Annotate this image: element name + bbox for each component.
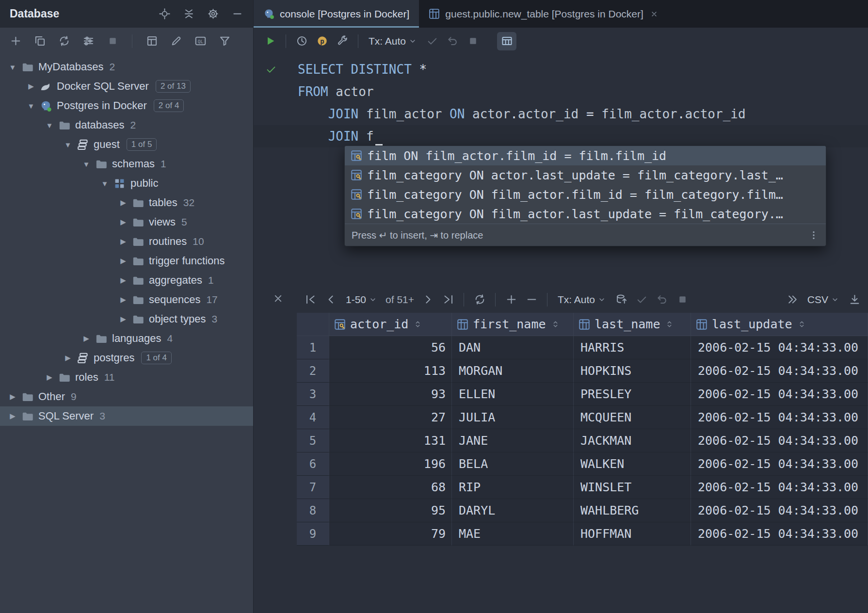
- chevron-down-icon[interactable]: ▼: [80, 160, 93, 168]
- locate-button[interactable]: [155, 5, 174, 23]
- chevron-right-icon[interactable]: ▶: [116, 198, 130, 207]
- tree-item-aggregates[interactable]: ▶aggregates1: [0, 271, 253, 290]
- stop-button[interactable]: [103, 32, 122, 50]
- chevron-right-icon[interactable]: ▶: [116, 315, 130, 323]
- tree-item-views[interactable]: ▶views5: [0, 212, 253, 232]
- completion-item[interactable]: film_category ON film_actor.film_id = fi…: [345, 185, 826, 204]
- code-line[interactable]: SELECT DISTINCT *: [254, 58, 868, 81]
- last-page-button[interactable]: [438, 290, 458, 309]
- tree-item-docker-sql-server[interactable]: ▶Docker SQL Server2 of 13: [0, 77, 253, 96]
- tree-item-object-types[interactable]: ▶object types3: [0, 309, 253, 329]
- cell-actor_id[interactable]: 113: [329, 359, 452, 383]
- row-number[interactable]: 2: [297, 359, 329, 383]
- tree-item-postgres[interactable]: ▶postgres1 of 4: [0, 348, 253, 368]
- cell-actor_id[interactable]: 56: [329, 336, 452, 359]
- settings-button[interactable]: [333, 32, 352, 50]
- tree-item-postgres-in-docker[interactable]: ▼Postgres in Docker2 of 4: [0, 96, 253, 115]
- cell-first_name[interactable]: JULIA: [452, 406, 574, 429]
- tree-item-mydatabases[interactable]: ▼MyDatabases2: [0, 57, 253, 77]
- chevron-right-icon[interactable]: ▶: [43, 373, 56, 382]
- tree-item-sql-server[interactable]: ▶SQL Server3: [0, 406, 253, 426]
- cell-last_update[interactable]: 2006-02-15 04:34:33.00: [691, 406, 868, 429]
- rollback-button[interactable]: [652, 290, 672, 309]
- run-button[interactable]: [260, 32, 280, 50]
- cell-last_name[interactable]: HOPKINS: [574, 359, 691, 383]
- chevron-right-icon[interactable]: ▶: [24, 82, 38, 91]
- cell-last_update[interactable]: 2006-02-15 04:34:33.00: [691, 452, 868, 476]
- modify-button[interactable]: [166, 32, 186, 50]
- column-header-last_name[interactable]: last_name: [574, 313, 691, 336]
- tree-item-sequences[interactable]: ▶sequences17: [0, 290, 253, 309]
- cell-last_name[interactable]: WINSLET: [574, 476, 691, 499]
- close-results-button[interactable]: [270, 290, 286, 306]
- stop-button[interactable]: [463, 32, 482, 50]
- chevron-right-icon[interactable]: ▶: [116, 276, 130, 285]
- export-data-button[interactable]: [845, 290, 864, 309]
- row-number[interactable]: 9: [297, 522, 329, 546]
- cell-actor_id[interactable]: 131: [329, 429, 452, 452]
- close-tab-button[interactable]: [649, 9, 659, 19]
- new-item-button[interactable]: [6, 32, 25, 50]
- chevron-right-icon[interactable]: ▶: [80, 334, 93, 343]
- tx-mode-select[interactable]: Tx: Auto: [364, 35, 421, 47]
- column-header-actor_id[interactable]: actor_id: [329, 313, 452, 336]
- chevron-right-icon[interactable]: ▶: [116, 218, 130, 226]
- cell-actor_id[interactable]: 196: [329, 452, 452, 476]
- row-number[interactable]: 8: [297, 499, 329, 522]
- chevron-right-icon[interactable]: ▶: [6, 412, 19, 420]
- tree-item-languages[interactable]: ▶languages4: [0, 329, 253, 348]
- chevron-down-icon[interactable]: ▼: [43, 121, 56, 129]
- first-page-button[interactable]: [301, 290, 320, 309]
- tx-mode-select[interactable]: Tx: Auto: [553, 294, 611, 306]
- chevron-down-icon[interactable]: ▼: [6, 63, 19, 71]
- cell-last_update[interactable]: 2006-02-15 04:34:33.00: [691, 359, 868, 383]
- cell-last_name[interactable]: PRESLEY: [574, 383, 691, 406]
- in-editor-results-button[interactable]: [497, 32, 516, 50]
- refresh-button[interactable]: [54, 32, 74, 50]
- chevron-down-icon[interactable]: ▼: [98, 179, 112, 188]
- row-number[interactable]: 5: [297, 429, 329, 452]
- session-button[interactable]: p: [312, 32, 332, 50]
- cell-actor_id[interactable]: 27: [329, 406, 452, 429]
- code-line[interactable]: FROM actor: [254, 81, 868, 103]
- cell-last_update[interactable]: 2006-02-15 04:34:33.00: [691, 499, 868, 522]
- column-header-first_name[interactable]: first_name: [452, 313, 574, 336]
- row-number[interactable]: 6: [297, 452, 329, 476]
- row-number[interactable]: 1: [297, 336, 329, 359]
- commit-button[interactable]: [422, 32, 442, 50]
- commit-button[interactable]: [632, 290, 651, 309]
- rollback-button[interactable]: [443, 32, 462, 50]
- chevron-right-icon[interactable]: ▶: [116, 257, 130, 265]
- column-header-last_update[interactable]: last_update: [691, 313, 868, 336]
- chevron-right-icon[interactable]: ▶: [116, 237, 130, 246]
- reload-button[interactable]: [470, 290, 489, 309]
- chevron-down-icon[interactable]: ▼: [61, 141, 75, 149]
- cell-last_name[interactable]: WAHLBERG: [574, 499, 691, 522]
- chevron-right-icon[interactable]: ▶: [61, 354, 75, 362]
- duplicate-button[interactable]: [30, 32, 49, 50]
- next-page-button[interactable]: [418, 290, 437, 309]
- cell-first_name[interactable]: JANE: [452, 429, 574, 452]
- filter-button[interactable]: [215, 32, 234, 50]
- tree-item-roles[interactable]: ▶roles11: [0, 368, 253, 387]
- cell-last_name[interactable]: MCQUEEN: [574, 406, 691, 429]
- completion-item[interactable]: film_category ON film_actor.last_update …: [345, 204, 826, 224]
- cell-first_name[interactable]: DAN: [452, 336, 574, 359]
- tab-console[interactable]: console [Postgres in Docker]: [254, 0, 419, 28]
- cell-first_name[interactable]: MORGAN: [452, 359, 574, 383]
- tree-item-routines[interactable]: ▶routines10: [0, 232, 253, 251]
- collapse-all-button[interactable]: [179, 5, 198, 23]
- chevron-right-icon[interactable]: ▶: [6, 392, 19, 401]
- tab-new-table[interactable]: guest.public.new_table [Postgres in Dock…: [419, 0, 669, 28]
- hide-panel-button[interactable]: [228, 5, 246, 23]
- row-number[interactable]: 7: [297, 476, 329, 499]
- cell-last_update[interactable]: 2006-02-15 04:34:33.00: [691, 522, 868, 546]
- export-format-select[interactable]: CSV: [803, 294, 844, 306]
- cell-last_name[interactable]: JACKMAN: [574, 429, 691, 452]
- completion-item[interactable]: film ON film_actor.film_id = film.film_i…: [345, 146, 826, 165]
- cell-actor_id[interactable]: 93: [329, 383, 452, 406]
- tree-item-public[interactable]: ▼public: [0, 174, 253, 193]
- data-source-properties-button[interactable]: [79, 32, 98, 50]
- tree-item-schemas[interactable]: ▼schemas1: [0, 154, 253, 174]
- submit-button[interactable]: [611, 290, 631, 309]
